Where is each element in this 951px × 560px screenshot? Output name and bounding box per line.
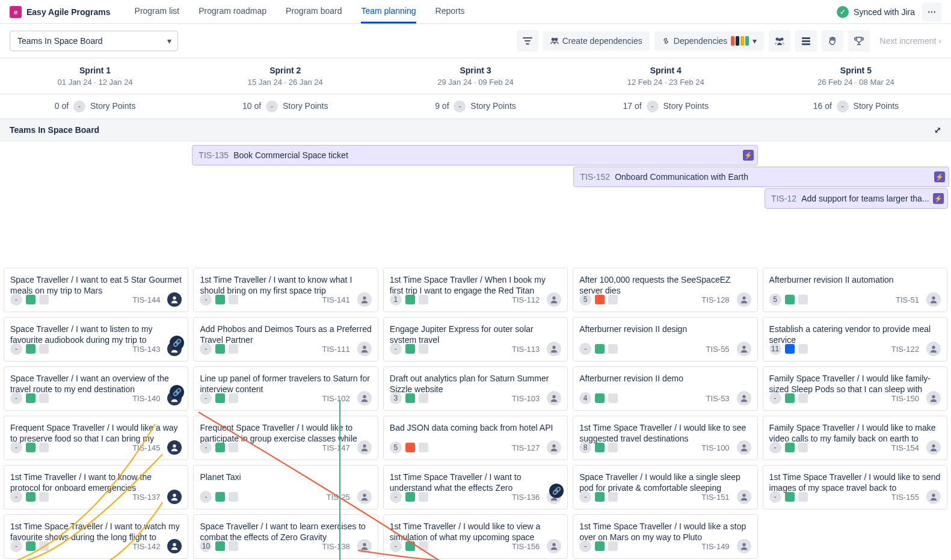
issue-card[interactable]: 1st Time Space Traveller / I would like … [573, 416, 757, 460]
issue-card[interactable]: Engage Jupiter Express for outer solar s… [383, 317, 568, 362]
issue-card[interactable]: Add Phobos and Deimos Tours as a Preferr… [193, 317, 378, 362]
issue-card[interactable]: Planet Taxi-TIS-25 [193, 465, 378, 509]
svg-point-0 [551, 38, 554, 41]
sprint-dates: 15 Jan 24 · 26 Jan 24 [195, 78, 375, 87]
issue-key: TIS-142 [132, 542, 160, 551]
create-dependencies-button[interactable]: Create dependencies [543, 31, 650, 51]
issue-type-icon [215, 492, 225, 502]
link-badge-icon[interactable]: 🔗 [549, 484, 564, 498]
collapse-icon[interactable]: ⤢ [934, 125, 941, 135]
issue-card[interactable]: 1st Time Traveller / I would like to vie… [383, 514, 568, 559]
issue-card[interactable]: Frequent Space Traveller / I would like … [193, 416, 378, 460]
issue-type-icon [405, 443, 415, 452]
issue-card[interactable]: Bad JSON data coming back from hotel API… [383, 416, 568, 460]
issue-type-icon [26, 492, 35, 502]
sprint-name: Sprint 4 [576, 66, 756, 75]
story-points-badge: - [10, 294, 22, 306]
nav-tab-team-planning[interactable]: Team planning [361, 0, 416, 23]
issue-title: Afterburner revision II design [579, 324, 751, 334]
sprint-dates: 29 Jan 24 · 09 Feb 24 [385, 78, 565, 87]
points-badge: - [73, 100, 85, 112]
sprint-name: Sprint 1 [5, 66, 185, 75]
chevron-down-icon: ▾ [752, 36, 757, 46]
svg-point-15 [363, 346, 366, 349]
issue-card[interactable]: 1st Time Traveller / I want to know the … [4, 465, 188, 509]
issue-card[interactable]: Afterburner revision II automation5TIS-5… [763, 268, 947, 312]
epic-bar[interactable]: TIS-152Onboard Communication with Earth⚡ [573, 167, 949, 187]
story-points-badge: - [769, 442, 781, 454]
issue-card[interactable]: Family Space Traveller / I would like fa… [763, 366, 947, 411]
svg-point-4 [778, 38, 781, 42]
points-badge: - [266, 100, 278, 112]
board-selector[interactable]: Teams In Space Board [10, 31, 178, 51]
svg-point-17 [363, 445, 366, 448]
assignee-avatar [357, 391, 372, 405]
list-view-button[interactable] [795, 30, 817, 52]
link-badge-icon[interactable]: 🔗 [170, 336, 184, 350]
more-menu-button[interactable]: ⋯ [922, 2, 941, 22]
nav-tab-program-board[interactable]: Program board [286, 0, 342, 23]
trophy-button[interactable] [848, 30, 870, 52]
issue-type-icon [26, 443, 35, 452]
epic-bar[interactable]: TIS-135Book Commercial Space ticket⚡ [192, 145, 758, 165]
issue-card[interactable]: 1st Time Space Traveller / I want to und… [383, 465, 568, 509]
assignee-avatar [926, 391, 941, 405]
issue-card[interactable]: Space Traveller / I want to eat 5 Star G… [4, 268, 188, 312]
issue-card[interactable]: Space Traveller / I would like a single … [573, 465, 757, 509]
issue-key: TIS-150 [891, 394, 919, 403]
issue-card[interactable]: 1st Time Traveller / I want to know what… [193, 268, 378, 312]
issue-card[interactable]: Family Space Traveller / I would like to… [763, 416, 947, 460]
priority-icon [39, 492, 49, 502]
assignee-avatar [357, 292, 372, 307]
issue-card[interactable]: 1st Time Space Traveller / I would like … [763, 465, 947, 509]
assignee-avatar [167, 292, 182, 307]
issue-key: TIS-55 [706, 345, 730, 354]
issue-card[interactable]: Establish a catering vendor to provide m… [763, 317, 947, 362]
priority-icon [419, 492, 428, 502]
assignee-avatar [737, 342, 751, 356]
issue-card[interactable]: Line up panel of former travelers to Sat… [193, 366, 378, 411]
issue-title: Bad JSON data coming back from hotel API [390, 422, 561, 433]
svg-point-18 [363, 494, 366, 497]
priority-icon [229, 295, 238, 304]
issue-card[interactable]: Afterburner revision II design-TIS-55 [573, 317, 757, 362]
filter-button[interactable] [517, 30, 538, 52]
issue-type-icon [595, 295, 605, 304]
issue-card[interactable]: Space Traveller / I want an overview of … [4, 366, 188, 411]
dependencies-dropdown[interactable]: Dependencies ▾ [654, 31, 765, 51]
dependency-chip [745, 36, 749, 46]
assignee-avatar [926, 440, 941, 455]
issue-card[interactable]: Draft out analytics plan for Saturn Summ… [383, 366, 568, 411]
svg-point-13 [173, 543, 176, 546]
svg-point-22 [553, 395, 556, 398]
nav-tab-program-list[interactable]: Program list [135, 0, 180, 23]
priority-icon [798, 492, 808, 502]
issue-card[interactable]: Space Traveller / I want to learn exerci… [193, 514, 378, 559]
story-points-badge: - [10, 392, 22, 404]
issue-card[interactable]: After 100,000 requests the SeeSpaceEZ se… [573, 268, 757, 312]
story-points-badge: - [10, 540, 22, 552]
story-points-badge: - [200, 294, 212, 306]
issue-card[interactable]: Space Traveller / I want to listen to my… [4, 317, 188, 362]
issue-card[interactable]: Afterburner revision II demo4TIS-53 [573, 366, 757, 411]
team-view-button[interactable] [769, 30, 790, 52]
issue-type-icon [785, 393, 795, 403]
svg-point-31 [742, 543, 745, 546]
issue-type-icon [26, 393, 35, 403]
issue-card[interactable]: 1st Time Space Traveller / I want to wat… [4, 514, 188, 559]
issue-card[interactable]: 1st Time Space Travller / When I book my… [383, 268, 568, 312]
link-badge-icon[interactable]: 🔗 [170, 385, 184, 399]
nav-tab-reports[interactable]: Reports [435, 0, 465, 23]
hand-tool-button[interactable] [822, 30, 843, 52]
issue-key: TIS-147 [322, 443, 350, 452]
issue-key: TIS-103 [512, 394, 540, 403]
priority-icon [229, 443, 238, 452]
nav-tab-program-roadmap[interactable]: Program roadmap [199, 0, 266, 23]
issue-card[interactable]: Frequent Space Traveller / I would like … [4, 416, 188, 460]
list-icon [801, 36, 811, 46]
issue-card[interactable]: 1st Time Space Traveller / I would like … [573, 514, 757, 559]
issue-type-icon [785, 492, 795, 502]
dependency-chip [740, 36, 744, 46]
next-increment-link[interactable]: Next increment › [879, 36, 941, 46]
priority-icon [419, 344, 428, 354]
